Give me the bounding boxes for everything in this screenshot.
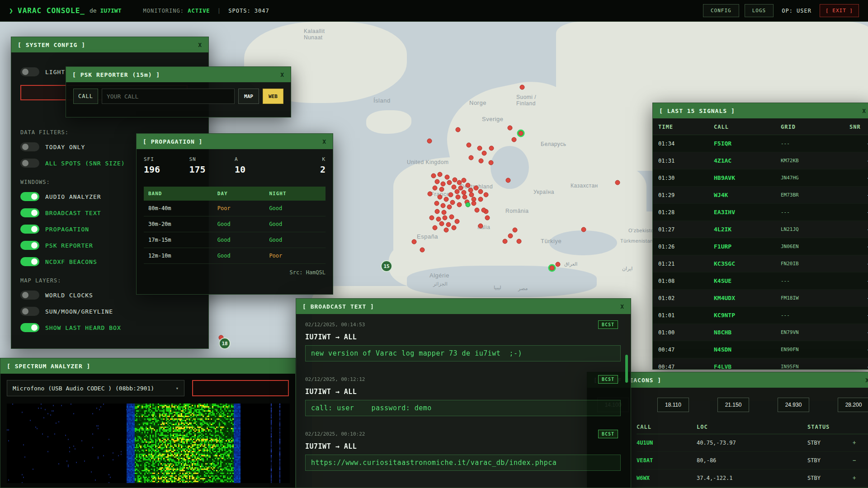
broadcast-titlebar[interactable]: [ BROADCAST TEXT ] X: [296, 299, 631, 314]
map-spot[interactable]: [429, 216, 434, 221]
map-spot[interactable]: [506, 178, 511, 183]
map-spot[interactable]: [434, 201, 439, 206]
signal-row[interactable]: 01:26F1URPJN06EN-8: [653, 238, 868, 255]
psk-web-button[interactable]: WEB: [263, 89, 283, 104]
map-spot[interactable]: [489, 160, 494, 165]
map-spot[interactable]: [439, 221, 444, 226]
map-spot[interactable]: [450, 200, 455, 205]
toggle-row-sun-moon-greyline[interactable]: SUN/MOON/GREYLINE: [20, 305, 199, 317]
signal-row[interactable]: 01:314Z1ACKM72KB-3: [653, 152, 868, 169]
map-spot[interactable]: [446, 222, 451, 227]
map-spot[interactable]: [519, 131, 524, 136]
map-spot[interactable]: [420, 248, 425, 253]
map-spot[interactable]: [467, 143, 472, 148]
map-spot[interactable]: [482, 151, 487, 156]
close-icon[interactable]: X: [620, 303, 624, 310]
map-spot[interactable]: [439, 187, 444, 192]
signal-row[interactable]: 01:01KC9NTP----14: [653, 307, 868, 324]
map-spot[interactable]: [508, 234, 513, 239]
toggle-switch[interactable]: [20, 241, 39, 250]
map-spot[interactable]: [435, 209, 440, 214]
map-spot[interactable]: [433, 186, 438, 191]
map-spot[interactable]: [478, 224, 483, 229]
map-spot[interactable]: [462, 195, 467, 200]
map-spot[interactable]: [615, 180, 620, 185]
signal-row[interactable]: 01:08K4SUE----9: [653, 272, 868, 290]
map-spot[interactable]: [472, 201, 476, 206]
map-spot[interactable]: [445, 175, 450, 180]
toggle-switch[interactable]: [20, 225, 39, 234]
toggle-row-show-last-heard-box[interactable]: SHOW LAST HEARD BOX: [20, 322, 199, 333]
map-spot[interactable]: [484, 192, 489, 197]
audio-device-select[interactable]: Microfono (USB Audio CODEC ) (08bb:2901)…: [7, 380, 184, 396]
toggle-switch[interactable]: [20, 307, 39, 316]
close-icon[interactable]: X: [862, 108, 866, 114]
map-spot[interactable]: [452, 185, 457, 190]
system-config-titlebar[interactable]: [ SYSTEM CONFIG ] X: [11, 37, 208, 52]
map-spot[interactable]: [475, 208, 480, 213]
cluster-marker-18[interactable]: 18: [219, 338, 231, 349]
map-spot[interactable]: [449, 215, 454, 220]
map-spot[interactable]: [457, 202, 462, 207]
signal-row[interactable]: 01:02KM4UDXFM18IW-11: [653, 290, 868, 307]
signal-row[interactable]: 01:00N8CHBEN79VN-7: [653, 324, 868, 341]
map-spot[interactable]: [447, 205, 452, 210]
map-spot[interactable]: [481, 208, 486, 213]
logs-button[interactable]: LOGS: [745, 4, 774, 17]
map-spot[interactable]: [485, 216, 490, 221]
map-spot[interactable]: [444, 197, 449, 202]
exit-button[interactable]: [ EXIT ]: [820, 4, 859, 17]
close-icon[interactable]: X: [198, 42, 202, 48]
toggle-switch[interactable]: [20, 142, 39, 151]
cluster-marker-15[interactable]: 15: [381, 260, 392, 272]
map-spot[interactable]: [489, 146, 494, 151]
close-icon[interactable]: X: [322, 138, 326, 145]
callsign-input[interactable]: [102, 89, 235, 104]
map-spot[interactable]: [442, 210, 447, 215]
map-spot[interactable]: [517, 239, 522, 244]
toggle-switch[interactable]: [20, 159, 39, 168]
signal-row[interactable]: 01:30HB9AVKJN47HG-10: [653, 169, 868, 187]
map-spot[interactable]: [462, 178, 467, 183]
map-spot[interactable]: [456, 195, 461, 200]
signal-row[interactable]: 01:274L2IKLN21JQ-12: [653, 221, 868, 238]
map-spot[interactable]: [412, 239, 417, 244]
beacon-action-icon[interactable]: +: [853, 440, 868, 446]
map-spot[interactable]: [478, 197, 483, 202]
map-spot[interactable]: [556, 262, 561, 267]
beacon-freq-21-150[interactable]: 21.150: [717, 398, 749, 412]
psk-titlebar[interactable]: [ PSK REPORTER (15m) ] X: [66, 67, 291, 82]
psk-map-button[interactable]: MAP: [238, 89, 259, 104]
toggle-switch[interactable]: [20, 67, 39, 76]
map-spot[interactable]: [441, 203, 446, 208]
map-spot[interactable]: [513, 228, 518, 233]
signal-row[interactable]: 01:29WJ4KEM73BR-17: [653, 187, 868, 204]
toggle-switch[interactable]: [20, 208, 39, 217]
map-spot[interactable]: [478, 189, 483, 194]
config-button[interactable]: CONFIG: [703, 4, 739, 17]
map-spot[interactable]: [455, 219, 460, 224]
signal-row[interactable]: 00:47N4SDNEN90FN-13: [653, 341, 868, 358]
map-spot[interactable]: [427, 139, 432, 144]
map-spot[interactable]: [550, 266, 555, 271]
map-spot[interactable]: [443, 216, 448, 221]
map-spot[interactable]: [477, 146, 482, 151]
map-spot[interactable]: [444, 228, 449, 233]
map-spot[interactable]: [581, 227, 586, 232]
beacon-freq-24-930[interactable]: 24.930: [778, 398, 809, 412]
map-spot[interactable]: [508, 126, 513, 131]
beacon-action-icon[interactable]: −: [853, 457, 868, 464]
map-spot[interactable]: [456, 127, 461, 132]
last-signals-titlebar[interactable]: [ LAST 15 SIGNALS ] X: [653, 103, 868, 118]
beacon-freq-18-110[interactable]: 18.110: [657, 398, 689, 412]
map-spot[interactable]: [428, 192, 433, 197]
map-spot[interactable]: [466, 183, 471, 188]
beacon-row[interactable]: VE8AT80,-86STBY−: [637, 452, 868, 469]
scrollbar-thumb[interactable]: [625, 355, 628, 383]
map-spot[interactable]: [503, 239, 508, 244]
toggle-switch[interactable]: [20, 291, 39, 300]
map-spot[interactable]: [435, 179, 440, 184]
map-spot[interactable]: [520, 85, 525, 90]
beacon-row[interactable]: W6WX37.4,-122.1STBY+: [637, 469, 868, 487]
map-spot[interactable]: [441, 182, 446, 187]
